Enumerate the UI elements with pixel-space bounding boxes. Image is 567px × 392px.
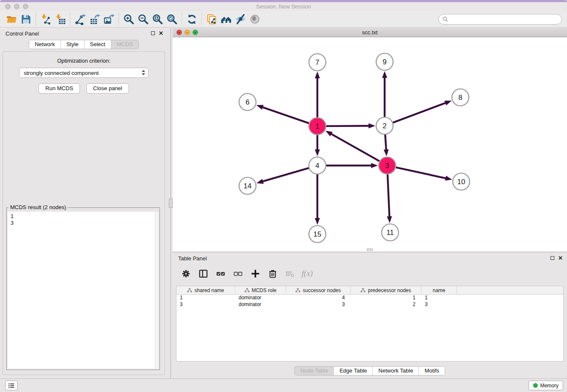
optimization-criterion-select[interactable]: strongly connected component [19,68,149,78]
cell-MCDS-role: dominator [235,295,286,301]
column-header-successor-nodes[interactable]: successor nodes [286,286,351,294]
graph-edge-arrowhead [382,71,387,78]
main-toolbar [0,11,567,28]
graph-edge-arrowhead [315,218,320,225]
graph-edge-3-1[interactable] [330,133,379,161]
right-column: × − + scc.txt 7968124314101511 Table Pan… [173,28,567,378]
deselect-all-icon[interactable] [232,268,243,279]
tab-motifs[interactable]: Motifs [418,367,445,375]
cell-MCDS-role: dominator [235,301,286,308]
tab-node-table[interactable]: Node Table [295,367,334,375]
graph-node-label: 6 [245,98,249,106]
toolbar-separator [36,13,36,25]
graph-edge-1-6[interactable] [261,107,309,123]
tab-mcds[interactable]: MCDS [111,40,138,49]
graph-edge-arrowhead [387,216,392,223]
tab-network[interactable]: Network [29,40,61,49]
search-input[interactable] [449,16,561,22]
delete-table-icon[interactable] [284,268,295,279]
graph-edge-3-10[interactable] [396,167,447,178]
toolbar-separator [70,13,70,25]
close-table-panel-icon[interactable]: ✕ [558,256,563,260]
graph-edge-2-8[interactable] [393,102,447,122]
toolbar-separator [118,13,119,25]
optimization-criterion-value: strongly connected component [24,70,99,76]
graph-edge-1-2[interactable] [326,126,370,126]
column-type-icon [361,288,366,293]
hide-eye-icon[interactable] [233,12,248,26]
tab-style[interactable]: Style [61,40,84,49]
column-header-MCDS-role[interactable]: MCDS role [235,286,286,294]
optimization-criterion-label: Optimization criterion: [3,58,165,64]
column-layout-icon[interactable] [198,268,209,279]
canvas-resize-grip[interactable] [367,248,373,251]
table-panel-header: Table Panel ✕ [173,253,567,264]
tab-select[interactable]: Select [84,40,111,49]
home-icon[interactable] [219,12,233,26]
network-frame: × − + scc.txt 7968124314101511 [173,28,567,251]
network-title: scc.txt [173,29,567,36]
column-header-predecessor-nodes[interactable]: predecessor nodes [351,286,421,294]
export-table-icon[interactable] [87,12,102,26]
add-row-icon[interactable] [250,268,261,279]
delete-row-icon[interactable] [267,268,278,279]
task-history-button[interactable] [5,381,18,390]
run-mcds-button[interactable]: Run MCDS [39,83,80,94]
settings-icon[interactable] [180,268,191,279]
eye-disabled-icon[interactable] [248,12,262,26]
control-panel-tabs: NetworkStyleSelectMCDS [0,40,168,49]
column-header-shared-name[interactable]: shared name [176,286,235,294]
control-panel: Control Panel ✕ NetworkStyleSelectMCDS O… [0,28,168,378]
clone-network-icon[interactable] [204,12,219,26]
network-titlebar[interactable]: × − + scc.txt [173,28,567,37]
mcds-result-line: 1 [11,213,154,220]
function-builder-icon[interactable]: f(x) [302,268,313,279]
import-network-icon[interactable] [39,12,53,26]
result-scrollbar[interactable] [154,212,159,369]
float-panel-icon[interactable] [151,31,155,35]
table-header-row: shared nameMCDS rolesuccessor nodesprede… [176,286,563,295]
zoom-in-icon[interactable] [121,12,136,26]
column-type-icon [187,288,192,293]
import-table-icon[interactable] [53,12,67,26]
close-panel-icon[interactable]: ✕ [159,31,163,36]
control-panel-title: Control Panel [6,30,39,37]
network-canvas[interactable]: 7968124314101511 [173,37,567,251]
graph-edge-arrowhead [256,105,264,110]
cell-name: 1 [421,295,457,301]
column-header-name[interactable]: name [421,286,457,294]
cell-shared-name: 1 [176,295,235,301]
window-title: Session: New Session [0,3,567,10]
zoom-out-icon[interactable] [136,12,150,26]
graph-edge-arrowhead [445,176,452,181]
close-panel-button[interactable]: Close panel [86,83,129,94]
tab-edge-table[interactable]: Edge Table [333,367,372,375]
divider-grip[interactable] [169,199,173,208]
table-panel-title: Table Panel [178,255,207,262]
zoom-selected-icon[interactable] [165,12,179,26]
table-toolbar: f(x) [177,265,313,282]
open-session-icon[interactable] [4,12,19,26]
graph-edge-arrowhead [325,131,333,136]
zoom-fit-icon[interactable] [150,12,165,26]
export-image-icon[interactable] [102,12,116,26]
toolbar-separator [201,13,202,25]
table-row[interactable]: 3dominator323 [176,301,563,308]
graph-edge-4-14[interactable] [262,168,309,182]
refresh-icon[interactable] [184,12,199,26]
save-session-icon[interactable] [19,12,33,26]
graph-edge-2-3[interactable] [385,135,386,151]
table-row[interactable]: 1dominator411 [176,295,563,301]
tab-network-table[interactable]: Network Table [372,367,418,375]
export-network-icon[interactable] [73,12,87,26]
graph-edge-3-11[interactable] [388,174,390,218]
cell-predecessor-nodes: 1 [351,295,421,301]
memory-button[interactable]: Memory [528,381,563,390]
select-all-icon[interactable] [215,268,226,279]
graph-edge-arrowhead [371,163,378,168]
graph-node-label: 7 [315,58,319,66]
float-table-panel-icon[interactable] [550,256,554,260]
status-bar: Memory [0,378,567,392]
app-window: Session: New Session Control Panel ✕ Net… [0,0,567,392]
mcds-result-text[interactable]: 13 [8,212,154,369]
